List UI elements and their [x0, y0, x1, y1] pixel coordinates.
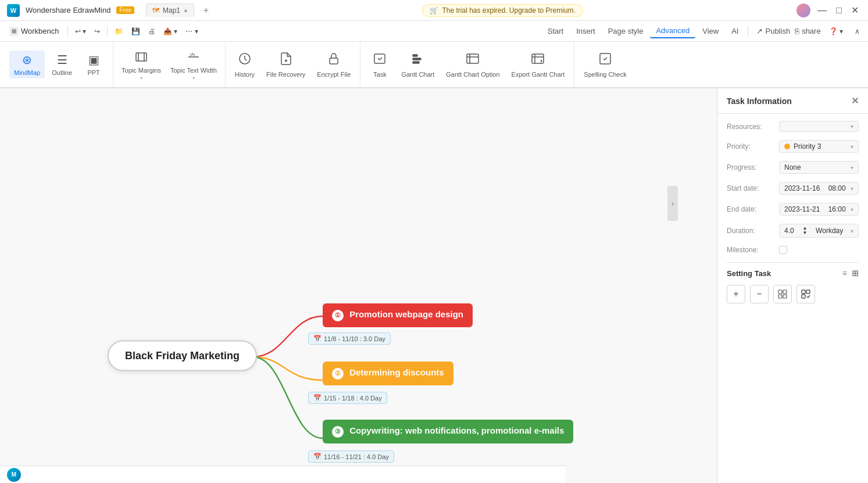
start-date-row: Start date: 2023-11-16 08:00 ▾: [727, 182, 859, 195]
help-btn[interactable]: ❓ ▾: [826, 26, 846, 37]
undo-btn[interactable]: ↩ ▾: [72, 26, 90, 37]
export-gantt-chart-icon: [531, 52, 545, 69]
duration-value[interactable]: 4.0 ▲ ▼ Workday ▾: [779, 224, 859, 238]
task-node-3[interactable]: ③ Copywriting: web notifications, promot…: [323, 420, 573, 443]
topic-margins-btn[interactable]: Topic Margins ▾: [118, 46, 165, 83]
trial-banner[interactable]: 🛒 The trial has expired. Upgrade to Prem…: [422, 4, 583, 17]
user-avatar[interactable]: [796, 3, 810, 17]
minimize-btn[interactable]: —: [815, 5, 829, 16]
task-btn[interactable]: Task: [365, 49, 394, 80]
collapse-ribbon-btn[interactable]: ∧: [851, 26, 863, 37]
duration-chevron: ▾: [851, 228, 853, 234]
mindmap-btn[interactable]: ⊛ MindMap: [9, 51, 45, 78]
maximize-btn[interactable]: □: [834, 5, 844, 16]
canvas[interactable]: Black Friday Marketing ① Promotion webpa…: [0, 88, 717, 483]
export-btn[interactable]: 📤 ▾: [160, 26, 181, 37]
end-date-row: End date: 2023-11-21 16:00 ▾: [727, 203, 859, 216]
task-date-label-2: 1/15 - 1/18 : 4.0 Day: [324, 395, 382, 402]
nav-start[interactable]: Start: [542, 24, 569, 38]
task-node-1[interactable]: ① Promotion webpage design: [323, 303, 473, 327]
central-node[interactable]: Black Friday Marketing: [108, 341, 257, 371]
redo-btn[interactable]: ↪: [91, 26, 103, 37]
nav-ai[interactable]: AI: [726, 24, 744, 38]
cart-icon: 🛒: [430, 6, 438, 15]
nav-advanced[interactable]: Advanced: [650, 24, 695, 38]
view-mode-group: ⊛ MindMap ☰ Outline ▣ PPT: [5, 42, 113, 87]
setting-task-grid: + −: [727, 285, 859, 303]
svg-rect-19: [783, 290, 787, 294]
svg-rect-7: [374, 54, 385, 63]
spelling-check-btn[interactable]: Spelling Check: [579, 49, 631, 80]
export-gantt-chart-btn[interactable]: Export Gantt Chart: [507, 49, 570, 80]
encrypt-file-label: Encrypt File: [317, 71, 351, 78]
panel-title: Task Information: [727, 96, 792, 106]
svg-rect-18: [778, 290, 782, 294]
encrypt-file-btn[interactable]: Encrypt File: [312, 49, 355, 80]
topic-text-width-btn[interactable]: |A| Topic Text Width ▾: [167, 46, 220, 83]
duration-stepper[interactable]: ▲ ▼: [802, 226, 807, 235]
nav-page-style[interactable]: Page style: [602, 24, 649, 38]
close-btn[interactable]: ✕: [849, 5, 861, 16]
setting-task-remove-btn[interactable]: −: [750, 285, 769, 303]
svg-rect-22: [802, 290, 805, 294]
workbench-btn[interactable]: ⊞ Workbench: [5, 24, 64, 38]
publish-icon: ↗: [756, 27, 763, 35]
setting-task-add-btn[interactable]: +: [727, 285, 745, 303]
collapse-panel-btn[interactable]: ›: [667, 186, 678, 221]
priority-text: Priority 3: [794, 142, 821, 151]
priority-value[interactable]: Priority 3 ▾: [779, 140, 859, 153]
progress-row: Progress: None ▾: [727, 161, 859, 174]
setting-task-check-btn[interactable]: [796, 285, 815, 303]
file-recovery-label: File Recovery: [266, 71, 305, 78]
svg-rect-14: [532, 54, 544, 63]
panel-close-btn[interactable]: ✕: [851, 95, 859, 106]
end-time-text: 16:00: [828, 205, 846, 213]
nav-insert[interactable]: Insert: [570, 24, 601, 38]
setting-task-icon-1[interactable]: ≡: [842, 269, 847, 278]
milestone-checkbox[interactable]: [779, 246, 787, 254]
start-date-label: Start date:: [727, 184, 779, 192]
workbench-icon: ⊞: [9, 27, 19, 36]
setting-task-icon-2[interactable]: ⊞: [852, 269, 859, 278]
map-tab[interactable]: 🗺 Map1 ●: [146, 3, 194, 17]
duration-unit-text: Workday: [816, 227, 843, 235]
setting-task-grid-btn[interactable]: [773, 285, 792, 303]
task-icon: [373, 52, 387, 69]
publish-btn[interactable]: ↗ Publish: [756, 27, 790, 35]
menu-separator-3: [748, 26, 748, 37]
print-btn[interactable]: 🖨: [145, 26, 159, 37]
task-panel: Task Information ✕ Resources: ▾ Priority…: [717, 88, 868, 483]
ppt-icon: ▣: [88, 53, 99, 67]
share-label: share: [802, 27, 821, 35]
task-node-2[interactable]: ② Determining discounts: [323, 362, 453, 385]
gantt-chart-option-btn[interactable]: Gantt Chart Option: [441, 49, 504, 80]
svg-rect-0: [136, 53, 147, 61]
panel-body: Resources: ▾ Priority: Priority 3 ▾: [717, 114, 868, 483]
share-btn[interactable]: ⎘ share: [795, 27, 821, 35]
menu-separator-1: [67, 26, 68, 37]
file-recovery-btn[interactable]: File Recovery: [262, 49, 310, 80]
svg-rect-21: [783, 295, 787, 298]
panel-divider: [727, 262, 859, 263]
topic-margins-icon: [133, 49, 149, 65]
open-btn[interactable]: 📁: [111, 26, 127, 37]
resources-label: Resources:: [727, 123, 779, 131]
save-btn[interactable]: 💾: [128, 26, 144, 37]
more-btn[interactable]: ⋯ ▾: [182, 26, 201, 37]
progress-value[interactable]: None ▾: [779, 161, 859, 174]
calendar-icon-3: 📅: [313, 453, 322, 460]
gantt-chart-btn[interactable]: Gantt Chart: [397, 49, 439, 80]
ppt-btn[interactable]: ▣ PPT: [79, 51, 108, 78]
tab-close-btn[interactable]: ●: [184, 7, 188, 14]
start-date-value[interactable]: 2023-11-16 08:00 ▾: [779, 182, 859, 195]
outline-btn[interactable]: ☰ Outline: [47, 51, 77, 78]
svg-rect-23: [806, 290, 810, 294]
nav-view[interactable]: View: [696, 24, 724, 38]
task-date-label-3: 11/16 - 11/21 : 4.0 Day: [324, 453, 389, 460]
tab-add-btn[interactable]: +: [203, 5, 209, 16]
trial-text: The trial has expired. Upgrade to Premiu…: [442, 6, 575, 15]
history-btn[interactable]: History: [230, 49, 259, 80]
resources-value[interactable]: ▾: [779, 121, 859, 132]
end-date-value[interactable]: 2023-11-21 16:00 ▾: [779, 203, 859, 216]
file-recovery-icon: [279, 52, 293, 69]
